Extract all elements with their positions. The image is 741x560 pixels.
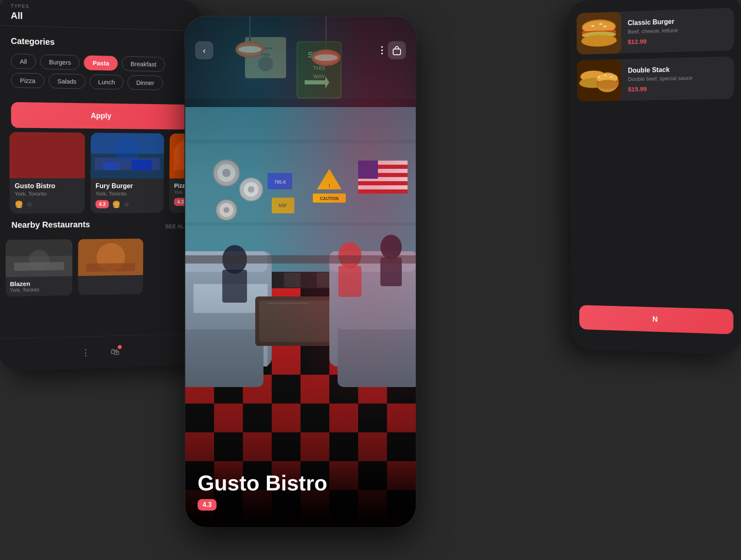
svg-rect-3 — [43, 149, 68, 168]
nearby-card-1[interactable]: Blazen York, Toronto — [6, 239, 72, 296]
nearby-title: Nearby Restaurants — [12, 220, 90, 230]
dot-2 — [381, 49, 383, 51]
tag-breakfast[interactable]: Breakfast — [122, 56, 165, 72]
restaurant-meta: 4.3 — [198, 499, 403, 511]
svg-rect-17 — [14, 262, 64, 271]
hero-image: SURF THIS WAY Genuine Parts — [185, 16, 416, 527]
restaurant-card-2-image — [91, 133, 164, 178]
restaurant-card-2-info: Fury Burger York, Toronto 4.3 🍔 ☆ — [91, 178, 164, 213]
food-item-2-price: $15.99 — [628, 84, 727, 93]
order-button[interactable]: N — [579, 305, 734, 334]
restaurant-name: Gusto Bistro — [198, 471, 403, 495]
card-2-burger-icon: 🍔 — [112, 200, 120, 208]
diner-scene-svg: SURF THIS WAY Genuine Parts — [185, 16, 416, 527]
nearby-card-2-location — [82, 278, 139, 279]
cart-icon[interactable]: 🛍 — [110, 346, 119, 357]
svg-rect-2 — [18, 153, 39, 168]
svg-point-4 — [64, 137, 81, 154]
nearby-card-2-info — [78, 275, 143, 282]
tag-all[interactable]: All — [11, 54, 36, 69]
nearby-card-1-location: York, Toronto — [10, 287, 68, 294]
card-2-star-icon: ☆ — [124, 200, 129, 208]
svg-rect-131 — [185, 16, 416, 305]
svg-rect-132 — [393, 49, 401, 55]
tags-container: All Burgers Pasta Breakfast Pizza Salads… — [11, 54, 189, 91]
svg-rect-10 — [132, 160, 152, 170]
bag-button[interactable] — [388, 41, 406, 59]
tag-burgers[interactable]: Burgers — [40, 54, 79, 70]
star-icon: ☆ — [26, 200, 32, 208]
svg-rect-1 — [9, 132, 85, 149]
svg-rect-20 — [86, 263, 135, 272]
food-item-1-price: $12.99 — [628, 35, 727, 45]
food-item-1-desc: Beef, cheese, lettuce — [628, 26, 727, 35]
nearby-card-1-image — [6, 239, 72, 277]
restaurant-card-2[interactable]: Fury Burger York, Toronto 4.3 🍔 ☆ — [91, 133, 164, 213]
food-item-1-info: Classic Burger Beef, cheese, lettuce $12… — [621, 11, 734, 51]
food-item-2[interactable]: Double Stack Double beef, special sauce … — [577, 56, 734, 101]
top-right-actions — [378, 41, 406, 59]
nearby-cards-area: Blazen York, Toronto — [0, 238, 199, 296]
food-item-1-name: Classic Burger — [628, 16, 727, 27]
back-icon: ‹ — [203, 46, 206, 55]
tag-pizza[interactable]: Pizza — [11, 73, 44, 88]
tag-dinner[interactable]: Dinner — [128, 75, 163, 90]
phone-right: Classic Burger Beef, cheese, lettuce $12… — [569, 0, 741, 355]
restaurant-cards-row: Gusto Bistro York, Toronto 🍔 ☆ — [5, 132, 194, 214]
phone-center: SURF THIS WAY Genuine Parts — [185, 16, 416, 527]
apply-button[interactable]: Apply — [11, 102, 189, 130]
svg-point-8 — [115, 137, 140, 162]
see-all-link[interactable]: SEE ALL — [165, 223, 187, 229]
dot-3 — [381, 53, 383, 54]
restaurant-card-1[interactable]: Gusto Bistro York, Toronto 🍔 ☆ — [9, 132, 85, 214]
card-2-name: Fury Burger — [96, 182, 159, 190]
food-item-2-desc: Double beef, special sauce — [628, 74, 727, 82]
svg-rect-0 — [9, 132, 85, 178]
nearby-card-2[interactable] — [78, 238, 143, 295]
food-item-1[interactable]: Classic Burger Beef, cheese, lettuce $12… — [577, 8, 734, 55]
tag-pasta[interactable]: Pasta — [84, 55, 118, 70]
categories-title: Categories — [11, 36, 189, 50]
bottom-navigation: ⋮ 🛍 — [0, 334, 198, 371]
phone-left: TYPES All Categories All Burgers Pasta B… — [0, 0, 201, 371]
card-1-meta: 🍔 ☆ — [15, 200, 80, 208]
tag-salads[interactable]: Salads — [49, 74, 85, 89]
more-options-button[interactable] — [378, 43, 386, 58]
burger-icon: 🍔 — [15, 200, 23, 208]
burger1-bg — [577, 12, 622, 54]
cart-badge — [118, 345, 122, 349]
restaurant-card-1-info: Gusto Bistro York, Toronto 🍔 ☆ — [9, 178, 85, 213]
card-1-location: York, Toronto — [15, 191, 80, 197]
food-item-2-image — [577, 59, 622, 101]
restaurant-cards-area: Gusto Bistro York, Toronto 🍔 ☆ — [0, 132, 200, 214]
nearby-header: Nearby Restaurants SEE ALL — [0, 213, 199, 240]
card-2-location: York, Toronto — [96, 191, 159, 197]
svg-rect-9 — [103, 162, 119, 170]
menu-icon[interactable]: ⋮ — [81, 347, 90, 358]
restaurant-info-overlay: Gusto Bistro 4.3 — [185, 459, 416, 527]
food-item-1-image — [577, 12, 622, 54]
burger2-bg — [577, 59, 622, 101]
food-item-2-info: Double Stack Double beef, special sauce … — [621, 59, 734, 98]
categories-section: Categories All Burgers Pasta Breakfast P… — [0, 26, 201, 100]
dot-1 — [381, 46, 383, 48]
card-2-meta: 4.3 🍔 ☆ — [96, 200, 159, 208]
restaurant-card-1-image — [9, 132, 85, 178]
nearby-card-2-image — [78, 238, 143, 276]
nearby-cards-row: Blazen York, Toronto — [6, 238, 193, 296]
nearby-card-2-name — [82, 278, 139, 279]
card-2-rating: 4.3 — [96, 200, 109, 208]
card-1-name: Gusto Bistro — [15, 182, 80, 190]
tag-lunch[interactable]: Lunch — [89, 75, 124, 90]
food-items-list: Classic Burger Beef, cheese, lettuce $12… — [569, 0, 741, 114]
restaurant-rating: 4.3 — [198, 499, 217, 511]
back-button[interactable]: ‹ — [195, 41, 213, 59]
order-button-text: N — [652, 315, 658, 323]
food-item-2-name: Double Stack — [628, 65, 727, 75]
nearby-card-1-info: Blazen York, Toronto — [6, 276, 72, 297]
